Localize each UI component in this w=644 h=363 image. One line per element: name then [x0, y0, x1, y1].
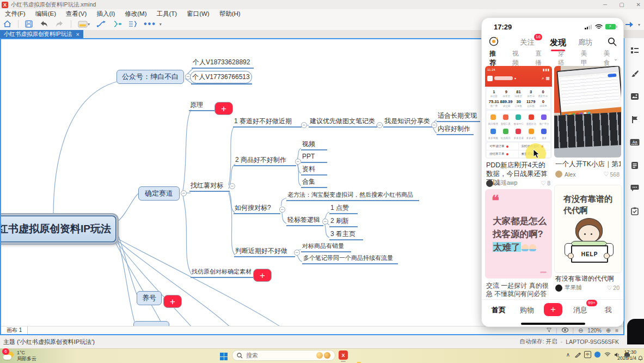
tab-home[interactable]: 首页: [492, 305, 506, 315]
menu-window[interactable]: 窗口(W): [182, 10, 214, 18]
tab-follow[interactable]: 关注 16: [520, 38, 535, 47]
weather-widget[interactable]: 6 1°C 局部多云: [3, 350, 36, 362]
topic-yuanli[interactable]: 原理: [189, 101, 215, 111]
topic-dianzan[interactable]: 1 点赞: [329, 204, 358, 214]
card-daidai-caption[interactable]: 有没有靠谱的代代啊: [555, 274, 621, 283]
taskbar-search[interactable]: 搜索: [232, 350, 335, 361]
taskbar-explorer-icon[interactable]: [357, 360, 366, 363]
marker-dropdown-caret[interactable]: ▾: [88, 22, 90, 27]
topic-zhishi[interactable]: 我是知识分享类: [383, 117, 432, 128]
cat-food[interactable]: 美食: [604, 49, 614, 68]
comment-icon[interactable]: [630, 183, 640, 193]
post-button[interactable]: +: [544, 303, 562, 316]
filter-icon[interactable]: [547, 328, 551, 334]
menu-file[interactable]: 文件(F): [0, 10, 30, 18]
tab-me[interactable]: 我: [605, 305, 612, 315]
card-tk-author-row[interactable]: Alex 568: [555, 171, 620, 178]
cat-video[interactable]: 视频: [512, 49, 522, 68]
focus-eye-icon[interactable]: [562, 328, 568, 334]
search-icon[interactable]: [608, 37, 617, 49]
topic-ziliao[interactable]: 资料: [301, 165, 327, 176]
cat-nails[interactable]: 美甲: [581, 49, 591, 68]
format-panel-icon[interactable]: [630, 46, 640, 56]
card-daidai-author-row[interactable]: 苹果脯 20: [555, 284, 620, 292]
collapse-chip[interactable]: [294, 250, 300, 256]
feed-card-pdd-image[interactable]: 11:24 ▮▮▮ ▾ ⌕ ▦ 1待付款 9待发货 81待收货 3待售后 0: [485, 66, 552, 159]
like-count[interactable]: 8: [541, 180, 550, 187]
feed-card-daidai-image[interactable]: 有没有靠谱的 代代啊 HELP: [554, 185, 622, 273]
zoom-out-button[interactable]: ⊖: [578, 327, 583, 334]
undo-button[interactable]: [36, 19, 52, 29]
topic-kanzhuye[interactable]: 3 看主页: [329, 230, 363, 240]
cat-outfit[interactable]: 穿搭: [558, 49, 568, 68]
cat-live[interactable]: 直播: [535, 49, 545, 68]
share-dropdown-caret[interactable]: ▾: [638, 22, 640, 27]
topic-jianyi[interactable]: 建议优先做图文笔记类: [309, 117, 377, 128]
maximize-button[interactable]: ▢: [619, 2, 624, 8]
feed-card-tk-image[interactable]: [554, 66, 621, 158]
topic-v2[interactable]: 个人V17736766513: [190, 71, 252, 83]
collapse-chip[interactable]: [229, 183, 235, 189]
label-icon[interactable]: Aa: [630, 137, 640, 147]
wifi-tray-icon[interactable]: [603, 352, 611, 357]
home-button[interactable]: [0, 19, 15, 29]
topic-ppt[interactable]: PPT: [301, 153, 327, 163]
phone-mirror-window[interactable]: 17:29 ⚡ 关注 16 发现 廊坊: [481, 17, 624, 327]
marker-flag-icon[interactable]: [630, 114, 640, 124]
menu-insert[interactable]: 插入(I): [91, 10, 120, 18]
pen-input-icon[interactable]: [574, 352, 582, 358]
topic-zhaohongshu[interactable]: 找红薯对标: [189, 182, 230, 192]
cat-recommend[interactable]: 推荐: [489, 49, 499, 68]
collapse-chip[interactable]: [377, 122, 383, 128]
live-moments-icon[interactable]: [488, 36, 499, 49]
marker-button[interactable]: ▾: [75, 19, 93, 29]
expand-chip[interactable]: [163, 295, 182, 308]
minimize-button[interactable]: ─: [603, 2, 607, 8]
collapse-chip[interactable]: [301, 122, 307, 128]
task-clipboard-icon[interactable]: [630, 206, 640, 216]
topic-qingbiaoqian[interactable]: 轻标签逻辑: [286, 216, 323, 226]
menu-help[interactable]: 帮助(H): [214, 10, 246, 18]
topic-duoge[interactable]: 多个笔记带同一个商品持续有流量: [302, 254, 398, 264]
tab-shop[interactable]: 购物: [520, 305, 534, 315]
zoom-in-button[interactable]: ⊕: [606, 327, 611, 334]
card-pdd-author-row[interactable]: 瑶瑶awp 8: [486, 179, 550, 187]
topic-ruhe-sou[interactable]: 如何搜对标?: [234, 204, 280, 214]
notification-bell-icon[interactable]: [638, 353, 643, 363]
collapse-chip[interactable]: [279, 207, 285, 213]
taskbar-clock[interactable]: 17:30 2026/1/4: [617, 349, 636, 361]
tab-mindmap[interactable]: 小红书虚拟原创资料IP玩法: [0, 30, 83, 38]
tab-close-icon[interactable]: [76, 31, 79, 38]
topic-zhaofang[interactable]: 找仿原创对标确定素材: [191, 268, 254, 278]
expand-chip[interactable]: [214, 102, 233, 115]
like-count[interactable]: 568: [604, 171, 620, 178]
topic-shangpin[interactable]: 2 商品好不好制作: [234, 156, 296, 166]
topic-shipin[interactable]: 视频: [301, 140, 327, 150]
topic-v1[interactable]: 个人V18733628892: [192, 58, 254, 69]
collapse-chip[interactable]: [322, 219, 328, 225]
close-button[interactable]: ✕: [636, 2, 641, 8]
topic-heji[interactable]: 合集: [301, 178, 327, 188]
feed-card-kehuyuan-image[interactable]: ❝ 大家都是怎么 找客源的啊? 太难了: [485, 189, 552, 279]
topic-laofangfa[interactable]: 老方法：淘宝裂变虚拟词，然后搜索小红书商品: [286, 191, 419, 201]
redo-button[interactable]: [52, 19, 68, 29]
save-button[interactable]: [22, 19, 36, 29]
notes-icon[interactable]: [630, 160, 640, 170]
topic-yanghao[interactable]: 养号: [137, 291, 162, 305]
menu-tools[interactable]: 工具(T): [151, 10, 182, 18]
topic-shuaxin[interactable]: 2 刷新: [329, 217, 358, 227]
taskbar-xmind-icon[interactable]: X: [339, 350, 348, 360]
tab-discover[interactable]: 发现: [550, 38, 566, 48]
card-tk-title[interactable]: 一个人开TK小店｜第16天: [555, 160, 621, 168]
more-tools-button[interactable]: •••: [140, 19, 160, 29]
tray-expand-caret[interactable]: ∧: [564, 352, 572, 358]
expand-chip[interactable]: [253, 269, 272, 282]
style-brush-icon[interactable]: [630, 69, 640, 78]
topic-saidao[interactable]: 1 赛道好不好做近期: [233, 117, 302, 128]
sheet-tab-canvas1[interactable]: 画布 1: [1, 326, 28, 334]
start-button[interactable]: [220, 353, 228, 360]
tab-messages[interactable]: 消息: [573, 305, 587, 315]
outline-button[interactable]: [125, 19, 140, 29]
security-icon[interactable]: [593, 352, 602, 358]
like-count[interactable]: 20: [606, 285, 620, 292]
